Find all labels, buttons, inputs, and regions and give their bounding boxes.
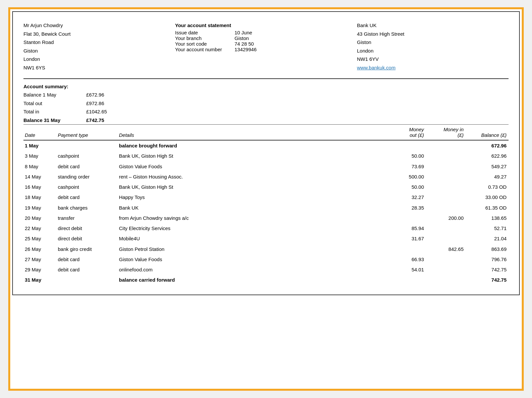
bank-addr1: 43 Giston High Street	[357, 30, 509, 38]
cell-moneyout: 31.67	[390, 233, 426, 244]
cell-date: 25 May	[23, 233, 57, 244]
accnum-row: Your account number 13429946	[175, 47, 357, 52]
cell-type: direct debit	[57, 223, 118, 233]
cell-balance: 622.96	[466, 151, 509, 161]
customer-addr1: Flat 30, Bewick Court	[23, 30, 175, 38]
table-row: 26 Maybank giro creditGiston Petrol Stat…	[23, 244, 509, 254]
cell-date: 3 May	[23, 151, 57, 161]
bank-addr4: NW1 6YV	[357, 55, 509, 63]
cell-moneyin	[426, 192, 466, 202]
statement-info: Your account statement Issue date 10 Jun…	[175, 21, 357, 72]
cell-balance: 21.04	[466, 233, 509, 244]
summary-label-2: Total in	[23, 107, 86, 116]
cell-type: debit card	[57, 264, 118, 275]
cell-moneyin	[426, 275, 466, 285]
cell-balance: 742.75	[466, 264, 509, 275]
cell-date: 27 May	[23, 254, 57, 264]
cell-balance: 796.76	[466, 254, 509, 264]
cell-moneyin: 842.65	[426, 244, 466, 254]
summary-label-1: Total out	[23, 99, 86, 108]
cell-date: 14 May	[23, 172, 57, 182]
cell-balance: 672.96	[466, 140, 509, 151]
cell-balance: 61.35 OD	[466, 203, 509, 213]
cell-moneyin	[426, 172, 466, 182]
cell-date: 22 May	[23, 223, 57, 233]
cell-details: Giston Value Foods	[118, 161, 390, 172]
col-header-moneyin: Money in(£)	[426, 125, 466, 140]
col-header-type: Payment type	[57, 125, 118, 140]
cell-moneyin	[426, 182, 466, 192]
cell-moneyin	[426, 161, 466, 172]
account-summary: Account summary: Balance 1 May £672.96 T…	[23, 84, 509, 124]
cell-moneyin	[426, 203, 466, 213]
sortcode-row: Your sort code 74 28 50	[175, 41, 357, 47]
cell-balance: 52.71	[466, 223, 509, 233]
bank-website[interactable]: www.bankuk.com	[357, 65, 396, 70]
customer-name: Mr Arjun Chowdry	[23, 21, 175, 30]
cell-date: 19 May	[23, 203, 57, 213]
customer-addr2: Stanton Road	[23, 38, 175, 47]
cell-type: bank giro credit	[57, 244, 118, 254]
table-row: 31 Maybalance carried forward742.75	[23, 275, 509, 285]
issue-row: Issue date 10 June	[175, 30, 357, 35]
cell-type: debit card	[57, 192, 118, 202]
branch-row: Your branch Giston	[175, 35, 357, 41]
cell-moneyout	[390, 140, 426, 151]
cell-moneyin: 200.00	[426, 213, 466, 223]
summary-label-0: Balance 1 May	[23, 91, 86, 99]
customer-addr5: NW1 6YS	[23, 63, 175, 72]
cell-details: balance brought forward	[118, 140, 390, 151]
cell-moneyout: 66.93	[390, 254, 426, 264]
cell-balance: 0.73 OD	[466, 182, 509, 192]
customer-address: Mr Arjun Chowdry Flat 30, Bewick Court S…	[23, 21, 175, 72]
cell-type: debit card	[57, 161, 118, 172]
cell-date: 8 May	[23, 161, 57, 172]
summary-row-0: Balance 1 May £672.96	[23, 91, 509, 99]
cell-moneyin	[426, 264, 466, 275]
cell-moneyout: 73.69	[390, 161, 426, 172]
table-header-row: Date Payment type Details Moneyout (£) M…	[23, 125, 509, 140]
table-row: 8 Maydebit cardGiston Value Foods73.6954…	[23, 161, 509, 172]
cell-moneyout: 500.00	[390, 172, 426, 182]
accnum-value: 13429946	[235, 47, 257, 52]
cell-type: cashpoint	[57, 151, 118, 161]
customer-addr3: Giston	[23, 47, 175, 55]
cell-type	[57, 140, 118, 151]
cell-details: from Arjun Chowdry savings a/c	[118, 213, 390, 223]
cell-moneyin	[426, 223, 466, 233]
bank-info: Bank UK 43 Giston High Street Giston Lon…	[357, 21, 509, 72]
customer-addr4: London	[23, 55, 175, 63]
cell-date: 16 May	[23, 182, 57, 192]
cell-details: City Electricity Services	[118, 223, 390, 233]
cell-moneyout	[390, 244, 426, 254]
bank-name: Bank UK	[357, 21, 509, 30]
branch-label: Your branch	[175, 35, 225, 41]
statement-title: Your account statement	[175, 21, 357, 30]
table-row: 20 Maytransferfrom Arjun Chowdry savings…	[23, 213, 509, 223]
cell-moneyout	[390, 213, 426, 223]
cell-details: Bank UK	[118, 203, 390, 213]
bank-addr3: London	[357, 47, 509, 55]
cell-details: onlinefood.com	[118, 264, 390, 275]
col-header-details: Details	[118, 125, 390, 140]
cell-date: 18 May	[23, 192, 57, 202]
cell-date: 31 May	[23, 275, 57, 285]
cell-details: Happy Toys	[118, 192, 390, 202]
cell-moneyout: 50.00	[390, 151, 426, 161]
summary-value-0: £672.96	[86, 91, 119, 99]
cell-balance: 33.00 OD	[466, 192, 509, 202]
cell-details: Mobile4U	[118, 233, 390, 244]
cell-moneyin	[426, 254, 466, 264]
summary-value-3: £742.75	[86, 116, 119, 125]
summary-row-3: Balance 31 May £742.75	[23, 116, 509, 125]
cell-balance: 742.75	[466, 275, 509, 285]
table-row: 25 Maydirect debitMobile4U31.6721.04	[23, 233, 509, 244]
table-row: 14 Maystanding orderrent – Giston Housin…	[23, 172, 509, 182]
cell-date: 26 May	[23, 244, 57, 254]
cell-type: standing order	[57, 172, 118, 182]
cell-type: transfer	[57, 213, 118, 223]
accnum-label: Your account number	[175, 47, 225, 52]
table-row: 29 Maydebit cardonlinefood.com54.01742.7…	[23, 264, 509, 275]
summary-label-3: Balance 31 May	[23, 116, 86, 125]
cell-type: cashpoint	[57, 182, 118, 192]
